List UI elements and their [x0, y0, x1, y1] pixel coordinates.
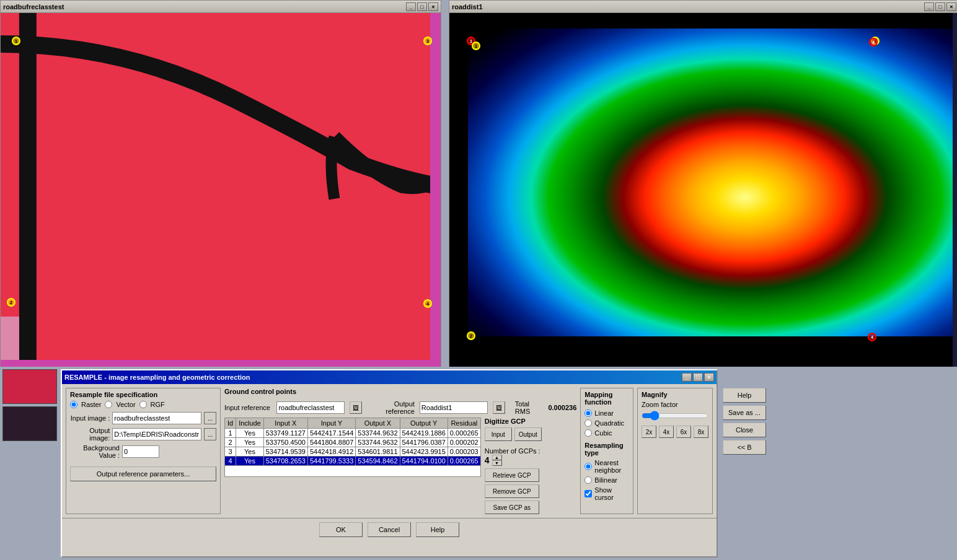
ok-button[interactable]: OK — [319, 522, 363, 537]
cell-outputx: 534594.8462 — [356, 457, 400, 466]
cell-residual: 0.000202 — [448, 438, 480, 447]
reference-row: Input reference 🖼 Output reference 🖼 Tot… — [224, 400, 576, 415]
num-gcps-row: 4 ▲ ▼ — [485, 455, 542, 466]
input-ref-icon-button[interactable]: 🖼 — [350, 401, 362, 414]
left-maximize-button[interactable]: □ — [417, 2, 427, 11]
right-window-controls: _ □ × — [924, 2, 956, 11]
zoom-8x-button[interactable]: 8x — [694, 426, 708, 438]
input-image-field[interactable] — [112, 412, 201, 424]
radio-cubic-row: Cubic — [584, 429, 629, 437]
output-image-field[interactable] — [112, 428, 201, 440]
resample-spec-section: Resample file specification Raster Vecto… — [66, 388, 221, 514]
cancel-button[interactable]: Cancel — [368, 522, 411, 537]
table-row[interactable]: 2 Yes 533750.4500 5441804.8807 533744.96… — [225, 438, 481, 447]
cell-outputy: 5441794.0100 — [400, 457, 448, 466]
output-reference-button[interactable]: Output reference parameters... — [70, 466, 216, 481]
input-image-browse-button[interactable]: ... — [204, 412, 216, 424]
preview-column — [2, 369, 58, 558]
zoom-6x-button[interactable]: 6x — [676, 426, 691, 438]
help-side-button[interactable]: Help — [723, 388, 766, 403]
show-cursor-checkbox[interactable] — [584, 490, 592, 497]
radio-quadratic-label: Quadratic — [594, 419, 624, 427]
cell-outputx: 533744.9632 — [356, 429, 400, 438]
cell-include: Yes — [236, 429, 263, 438]
gcp-marker-1b-right: 1 — [472, 42, 480, 50]
left-minimize-button[interactable]: _ — [406, 2, 416, 11]
cell-inputy: 5442417.1544 — [307, 429, 355, 438]
dialog-close-button[interactable]: × — [704, 373, 714, 382]
help-button[interactable]: Help — [416, 522, 459, 537]
left-close-button[interactable]: × — [428, 2, 438, 11]
cell-inputx: 534714.9539 — [263, 447, 307, 457]
radio-nearest-row: Nearest neighbor — [584, 459, 629, 474]
output-image-row: Output image: ... — [70, 427, 216, 442]
table-row-selected[interactable]: 4 Yes 534708.2653 5441799.5333 534594.84… — [225, 457, 481, 466]
radio-linear[interactable] — [584, 409, 592, 417]
cell-id: 1 — [225, 429, 236, 438]
resample-spec-label: Resample file specification — [70, 391, 216, 398]
zoom-4x-button[interactable]: 4x — [659, 426, 674, 438]
radio-bilinear-row: Bilinear — [584, 476, 629, 484]
save-as-side-button[interactable]: Save as ... — [723, 405, 766, 420]
right-window-title: roaddist1 — [452, 3, 483, 11]
radio-raster[interactable] — [70, 401, 77, 408]
table-row[interactable]: 1 Yes 533749.1127 5442417.1544 533744.96… — [225, 429, 481, 438]
total-rms-label: Total RMS — [515, 400, 544, 415]
col-header-outputx: Output X — [356, 418, 400, 429]
digitize-gcp-group: Digitize GCP Input Output — [485, 418, 542, 441]
cell-id: 2 — [225, 438, 236, 447]
radio-bilinear[interactable] — [584, 476, 592, 484]
cell-outputy: 5442419.1886 — [400, 429, 448, 438]
back-side-button[interactable]: << B — [723, 440, 766, 455]
radio-quadratic[interactable] — [584, 419, 592, 427]
output-ref-icon-button[interactable]: 🖼 — [493, 401, 505, 414]
right-minimize-button[interactable]: _ — [924, 2, 934, 11]
radio-rgf-label: RGF — [151, 401, 165, 408]
output-image-browse-button[interactable]: ... — [204, 428, 216, 440]
gcp-controls: Digitize GCP Input Output Number of GCPs… — [485, 418, 542, 514]
radio-rgf[interactable] — [139, 401, 147, 408]
gcp-group-label: Ground control points — [224, 388, 576, 395]
bottom-area: RESAMPLE - image resampling and geometri… — [0, 367, 957, 560]
dialog-minimize-button[interactable]: _ — [682, 373, 692, 382]
gcp-decrement-button[interactable]: ▼ — [492, 460, 502, 466]
gcp-increment-button[interactable]: ▲ — [492, 455, 502, 460]
bottom-border — [449, 336, 957, 367]
show-cursor-row: Show cursor — [584, 486, 629, 501]
col-header-inputy: Input Y — [307, 418, 355, 429]
zoom-2x-button[interactable]: 2x — [642, 426, 656, 438]
dialog-titlebar: RESAMPLE - image resampling and geometri… — [62, 370, 717, 384]
close-side-button[interactable]: Close — [723, 422, 766, 437]
radio-cubic-label: Cubic — [594, 429, 612, 437]
zoom-slider[interactable] — [642, 411, 708, 421]
right-image-canvas: 1 1 3 4 2 4 — [449, 13, 957, 367]
radio-cubic[interactable] — [584, 429, 592, 437]
cell-inputx: 533750.4500 — [263, 438, 307, 447]
retrieve-gcp-button[interactable]: Retrieve GCP — [485, 468, 539, 482]
right-close-button[interactable]: × — [946, 2, 956, 11]
remove-gcp-button[interactable]: Remove GCP — [485, 484, 539, 498]
table-empty-row — [224, 466, 481, 477]
digitize-buttons: Input Output — [485, 427, 542, 441]
preview-top-thumbnail — [2, 369, 57, 404]
cell-id: 4 — [225, 457, 236, 466]
output-ref-field[interactable] — [420, 401, 488, 414]
input-ref-field[interactable] — [276, 401, 345, 414]
cell-residual: 0.000265 — [448, 457, 480, 466]
digitize-output-button[interactable]: Output — [514, 427, 542, 441]
table-row[interactable]: 3 Yes 534714.9539 5442418.4912 534601.98… — [225, 447, 481, 457]
save-gcp-as-button[interactable]: Save GCP as — [485, 501, 539, 514]
cell-inputy: 5441804.8807 — [307, 438, 355, 447]
dialog-title: RESAMPLE - image resampling and geometri… — [64, 374, 250, 381]
input-image-label: Input image : — [70, 414, 110, 422]
digitize-input-button[interactable]: Input — [485, 427, 512, 441]
resample-dialog: RESAMPLE - image resampling and geometri… — [61, 369, 718, 558]
dialog-maximize-button[interactable]: □ — [693, 373, 703, 382]
radio-nearest-neighbor[interactable] — [584, 463, 592, 470]
background-value-field[interactable] — [122, 445, 159, 458]
radio-vector[interactable] — [105, 401, 112, 408]
right-maximize-button[interactable]: □ — [935, 2, 945, 11]
cell-outputx: 534601.9811 — [356, 447, 400, 457]
show-cursor-label: Show cursor — [594, 486, 629, 501]
cell-inputy: 5442418.4912 — [307, 447, 355, 457]
